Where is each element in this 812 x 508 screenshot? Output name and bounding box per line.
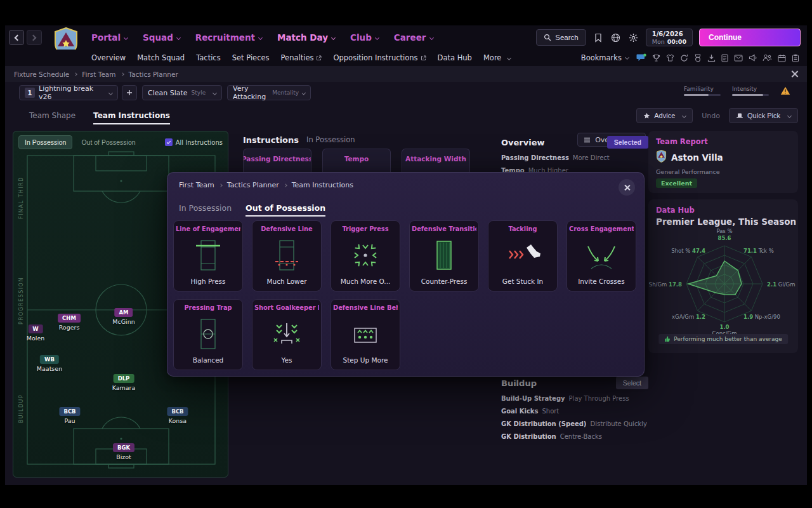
defensive-transition-icon [426, 232, 462, 277]
menu-match-day[interactable]: Match Day [277, 32, 335, 43]
notes-icon[interactable] [792, 54, 799, 62]
menu-portal[interactable]: Portal [91, 32, 128, 43]
crumb-tactics-planner[interactable]: Tactics Planner [129, 70, 178, 78]
advice-button[interactable]: Advice [636, 108, 693, 123]
advice-label: Advice [654, 112, 675, 119]
chevron-down-icon [302, 91, 306, 95]
close-icon[interactable] [791, 70, 798, 77]
tab-team-shape[interactable]: Team Shape [29, 111, 75, 120]
subnav-penalties[interactable]: Penalties [281, 53, 322, 62]
instructions-title: Instructions [243, 135, 299, 145]
card-title: Line of Engagement [176, 225, 240, 232]
crumb-first-team[interactable]: First Team [82, 70, 115, 78]
general-performance-label: General Performance [656, 168, 790, 175]
bookmarks-dropdown[interactable]: Bookmarks [581, 53, 629, 62]
search-button[interactable]: Search [536, 29, 586, 46]
player-molen[interactable]: WMolen [27, 321, 45, 342]
squad-icon[interactable] [763, 54, 772, 62]
subnav-match-squad[interactable]: Match Squad [137, 53, 185, 62]
crumb-fixture-schedule[interactable]: Fixture Schedule [14, 70, 69, 78]
medal-icon[interactable] [694, 54, 702, 62]
tab-team-instructions[interactable]: Team Instructions [93, 111, 170, 120]
breadcrumb-separator [284, 184, 287, 187]
subnav-set-pieces[interactable]: Set Pieces [232, 53, 270, 62]
modal-close-button[interactable] [619, 179, 635, 196]
player-bizot[interactable]: BGKBizot [113, 440, 134, 460]
back-button[interactable] [9, 30, 24, 45]
style-selector[interactable]: Clean Slate Style [142, 85, 222, 100]
globe-icon[interactable] [610, 32, 622, 43]
tactic-selector[interactable]: 1 Lightning break v26 [19, 85, 118, 100]
crumb-tactics-planner[interactable]: Tactics Planner [227, 181, 279, 189]
card-defensive-line-behavio[interactable]: Defensive Line BehavioStep Up More [331, 299, 400, 370]
line-of-engagement-icon [190, 232, 226, 277]
continue-button[interactable]: Continue [699, 29, 801, 46]
buildup-rows: Build-Up StrategyPlay Through PressGoal … [501, 395, 648, 440]
card-title: Pressing Trap [184, 304, 232, 311]
mail-icon[interactable] [734, 55, 743, 62]
warning-icon[interactable] [780, 86, 790, 95]
menu-club[interactable]: Club [350, 32, 379, 43]
in-possession-toggle[interactable]: In Possession [18, 135, 72, 149]
player-pau[interactable]: BCBPau [59, 404, 80, 424]
calendar-icon[interactable] [778, 54, 786, 62]
all-instructions-checkbox[interactable]: All Instructions [165, 138, 223, 146]
card-value: High Press [190, 277, 225, 285]
mentality-selector[interactable]: Very Attacking Mentality [227, 85, 311, 100]
crumb-first-team[interactable]: First Team [179, 181, 214, 189]
bookmark-icon[interactable] [593, 32, 604, 43]
external-link-icon [421, 55, 426, 61]
add-tactic-button[interactable] [122, 85, 137, 100]
report-icon[interactable] [721, 54, 728, 62]
settings-icon[interactable] [628, 32, 639, 43]
refresh-icon[interactable] [680, 54, 688, 62]
player-kamara[interactable]: DLPKamara [112, 371, 136, 391]
card-defensive-transition[interactable]: Defensive TransitionCounter-Press [409, 220, 479, 291]
player-maatsen[interactable]: WBMaatsen [37, 352, 62, 372]
modal-tab-in-possession[interactable]: In Possession [179, 203, 232, 213]
menu-squad[interactable]: Squad [143, 32, 180, 43]
menu-recruitment[interactable]: Recruitment [195, 32, 262, 43]
tactic-number: 1 [25, 88, 35, 98]
shirt-icon[interactable] [666, 54, 674, 62]
megaphone-icon[interactable] [749, 54, 757, 62]
card-line-of-engagement[interactable]: Line of EngagementHigh Press [173, 220, 243, 291]
crumb-team-instructions[interactable]: Team Instructions [292, 181, 353, 189]
card-cross-engagement[interactable]: Cross EngagementInvite Crosses [566, 220, 636, 291]
subnav-opposition-instructions[interactable]: Opposition Instructions [333, 53, 426, 62]
selected-button[interactable]: Selected [607, 136, 648, 149]
player-konsa[interactable]: BCBKonsa [167, 404, 188, 424]
card-defensive-line[interactable]: Defensive LineMuch Lower [252, 220, 322, 291]
team-name[interactable]: Aston Villa [671, 152, 723, 163]
subnav-more[interactable]: More [483, 53, 511, 62]
select-button[interactable]: Select [616, 377, 648, 389]
undo-button[interactable]: Undo [702, 112, 720, 120]
player-rogers[interactable]: CHMRogers [58, 311, 81, 331]
game-day: Mon [652, 38, 665, 45]
instruction-row-passing-directness: Passing DirectnessMore Direct [501, 154, 648, 161]
instruction-row-gk-distribution-speed: GK Distribution (Speed)Distribute Quickl… [501, 420, 648, 427]
player-name: Konsa [167, 417, 188, 424]
subnav-overview[interactable]: Overview [91, 53, 126, 62]
out-of-possession-toggle[interactable]: Out of Possession [75, 135, 141, 149]
card-tackling[interactable]: TacklingGet Stuck In [488, 220, 558, 291]
style-label: Style [192, 90, 206, 96]
card-trigger-press[interactable]: Trigger PressMuch More O... [331, 220, 400, 291]
trophy-icon[interactable] [652, 54, 660, 62]
card-title: Short Goalkeeper Distr [254, 304, 319, 311]
card-short-goalkeeper-distr[interactable]: Short Goalkeeper DistrYes [252, 299, 322, 370]
modal-tab-out-of-possession[interactable]: Out of Possession [246, 203, 325, 213]
player-mcginn[interactable]: AMMcGinn [112, 305, 134, 325]
thumbs-up-icon [664, 336, 671, 342]
card-pressing-trap[interactable]: Pressing TrapBalanced [173, 299, 243, 370]
trigger-press-icon [348, 232, 383, 277]
subnav-data-hub[interactable]: Data Hub [438, 53, 472, 62]
download-icon[interactable] [707, 54, 716, 62]
subnav-right: Bookmarks [581, 53, 799, 62]
subnav-tactics[interactable]: Tactics [196, 53, 221, 62]
chat-icon[interactable] [636, 53, 646, 62]
quick-pick-button[interactable]: Quick Pick [729, 108, 798, 123]
menu-career[interactable]: Career [394, 32, 433, 43]
forward-button[interactable] [27, 30, 42, 45]
date-display[interactable]: 1/6/2026 Mon00:00 [646, 29, 693, 46]
